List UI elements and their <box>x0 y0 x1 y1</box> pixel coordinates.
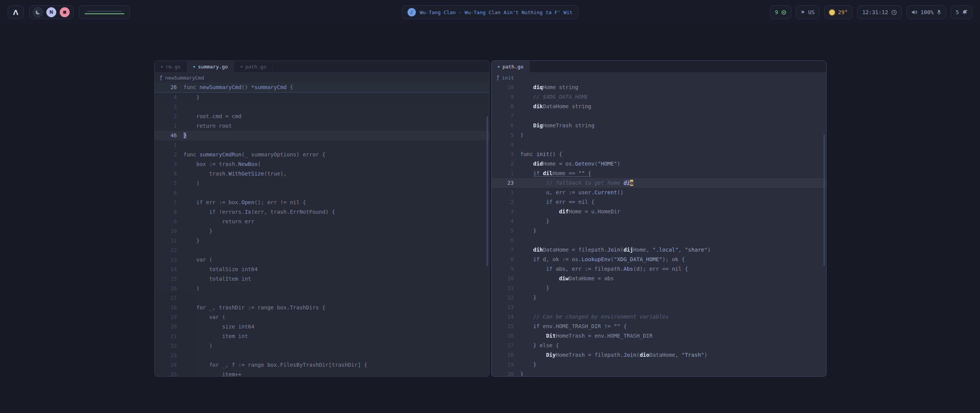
code-token <box>520 333 546 339</box>
code-line[interactable]: 10 } <box>155 226 489 236</box>
code-line[interactable]: 8 if !errors.Is(err, trash.ErrNotFound) … <box>155 207 489 217</box>
code-token: for _, trashDir := range box.TrashDirs { <box>183 304 325 311</box>
weather-widget[interactable]: 29° <box>824 5 853 19</box>
line-number: 13 <box>492 302 514 312</box>
code-line[interactable]: 20} <box>492 369 826 377</box>
line-number: 15 <box>492 322 514 331</box>
code-line[interactable]: 3 <box>155 102 489 112</box>
code-line[interactable]: 8 dikDataHome string <box>492 102 826 111</box>
code-line[interactable]: 7 if err := box.Open(); err != nil { <box>155 198 489 207</box>
code-token: trash. <box>183 171 229 177</box>
code-line[interactable]: 23 <box>155 351 489 360</box>
context-line[interactable]: 26func newSummaryCmd() *summaryCmd { <box>155 83 489 93</box>
code-line[interactable]: 12 <box>155 246 489 255</box>
topbar-left-cluster: Λ N <box>8 5 130 19</box>
tab-summary.go[interactable]: ◆summary.go <box>187 61 235 72</box>
code-line[interactable]: 9 if abs, err := filepath.Abs(d); err ==… <box>492 264 826 274</box>
window-title-widget[interactable] <box>79 5 130 19</box>
right-scrollbar[interactable] <box>823 135 825 266</box>
code-line[interactable]: 46} <box>155 131 489 140</box>
code-line[interactable]: 4 } <box>155 93 489 102</box>
code-line[interactable]: 12 } <box>492 293 826 302</box>
code-token: dik <box>533 103 543 109</box>
bell-icon <box>962 10 967 15</box>
code-line[interactable]: 13 <box>492 302 826 312</box>
code-line[interactable]: 7 dihDataHome = filepath.Join(dijHome, "… <box>492 245 826 255</box>
code-line[interactable]: 4 } <box>492 216 826 226</box>
code-line[interactable]: 25 item++ <box>155 370 489 377</box>
code-line[interactable]: 18 DiyHomeTrash = filepath.Join(dioDataH… <box>492 350 826 360</box>
code-line[interactable]: 8 if d, ok := os.LookupEnv("XDG_DATA_HOM… <box>492 255 826 264</box>
code-line[interactable]: 2 if err == nil { <box>492 197 826 207</box>
code-line[interactable]: 2func summaryCmdRun(_ summaryOptions) er… <box>155 150 489 159</box>
code-line[interactable]: 17 <box>155 293 489 303</box>
keyboard-layout-widget[interactable]: ⚑ US <box>796 5 820 19</box>
code-line[interactable]: 19 } <box>492 360 826 369</box>
code-line[interactable]: 17 } else { <box>492 341 826 350</box>
media-player-widget[interactable]: ♪ Wu-Tang Clan - Wu-Tang Clan Ain't Nuth… <box>402 5 578 19</box>
code-line[interactable]: 14 totalSize int64 <box>155 265 489 274</box>
tab-path.go[interactable]: ◆path.go <box>492 61 530 72</box>
code-text: if !errors.Is(err, trash.ErrNotFound) { <box>183 207 335 217</box>
code-line[interactable]: 11 } <box>492 283 826 293</box>
code-line[interactable]: 10 diqHome string <box>492 83 826 92</box>
code-line[interactable]: 2 root.cmd = cmd <box>155 112 489 121</box>
code-line[interactable]: 1 u, err := user.Current() <box>492 188 826 197</box>
code-line[interactable]: 4 trash.WithGetSize(true), <box>155 169 489 179</box>
code-line[interactable]: 24 for _, f := range box.FilesByTrashDir… <box>155 360 489 370</box>
code-line[interactable]: 3 box := trash.NewBox( <box>155 159 489 169</box>
tab-rm.go[interactable]: ◆rm.go <box>155 61 187 72</box>
code-line[interactable]: 13 var ( <box>155 255 489 265</box>
code-line[interactable]: 2 didHome = os.Getenv("HOME") <box>492 159 826 169</box>
letter-n-app-icon[interactable]: N <box>46 7 56 17</box>
code-line[interactable]: 1 return root <box>155 121 489 131</box>
line-number: 18 <box>492 350 514 360</box>
code-line[interactable]: 5 } <box>492 226 826 236</box>
code-line[interactable]: 7 <box>492 111 826 121</box>
left-scrollbar[interactable] <box>487 116 488 266</box>
notifications-widget[interactable]: 5 <box>951 5 972 19</box>
code-token: summaryCmdRun <box>199 151 242 158</box>
code-line[interactable]: 6 <box>155 188 489 198</box>
code-line[interactable]: 21 item int <box>155 332 489 341</box>
code-line[interactable]: 1 if dilHome == "" { <box>492 169 826 178</box>
code-text: item++ <box>183 370 242 377</box>
code-line[interactable]: 15 if env.HOME_TRASH_DIR != "" { <box>492 322 826 331</box>
tab-path.go[interactable]: ◆path.go <box>234 61 273 72</box>
launcher-button[interactable]: Λ <box>8 5 24 19</box>
code-line[interactable]: 16 DitHomeTrash = env.HOME_TRASH_DIR <box>492 331 826 341</box>
line-number: 8 <box>492 255 514 264</box>
code-line[interactable]: 22 ) <box>155 341 489 351</box>
code-line[interactable]: 18 for _, trashDir := range box.TrashDir… <box>155 303 489 312</box>
code-token: Join <box>608 247 621 253</box>
code-text: } <box>183 236 199 246</box>
code-line[interactable]: 23 // fallback to get home dia <box>492 178 826 188</box>
code-line[interactable]: 9 // $XDG_DATA_HOME <box>492 92 826 102</box>
code-token: } <box>520 228 536 234</box>
code-line[interactable]: 10 diwDataHome = abs <box>492 274 826 283</box>
volume-widget[interactable]: 100% <box>906 5 946 19</box>
code-line[interactable]: 20 size int64 <box>155 322 489 332</box>
code-line[interactable]: 6 DigHomeTrash string <box>492 121 826 130</box>
code-line[interactable]: 3func init() { <box>492 150 826 159</box>
code-line[interactable]: 5) <box>492 130 826 140</box>
code-line[interactable]: 19 var ( <box>155 312 489 322</box>
code-line[interactable]: 1 <box>155 140 489 150</box>
pink-app-icon[interactable] <box>60 7 70 17</box>
code-line[interactable]: 4 <box>492 140 826 150</box>
code-line[interactable]: 5 ) <box>155 179 489 188</box>
line-number: 4 <box>492 216 514 226</box>
clock-widget[interactable]: 12:31:12 <box>857 5 902 19</box>
code-line[interactable]: 16 ) <box>155 284 489 293</box>
updates-widget[interactable]: 9 <box>770 5 791 19</box>
code-line[interactable]: 15 totalItem int <box>155 274 489 284</box>
code-line[interactable]: 9 return err <box>155 217 489 226</box>
code-line[interactable]: 14 // Can be changed by environment vari… <box>492 312 826 322</box>
code-token: } <box>183 132 186 138</box>
moon-icon[interactable] <box>33 7 43 17</box>
line-number: 3 <box>492 150 514 159</box>
code-line[interactable]: 6 <box>492 236 826 245</box>
code-line[interactable]: 3 difHome = u.HomeDir <box>492 207 826 216</box>
right-code-area: 10 diqHome string9 // $XDG_DATA_HOME8 di… <box>492 83 826 377</box>
code-line[interactable]: 11 } <box>155 236 489 246</box>
